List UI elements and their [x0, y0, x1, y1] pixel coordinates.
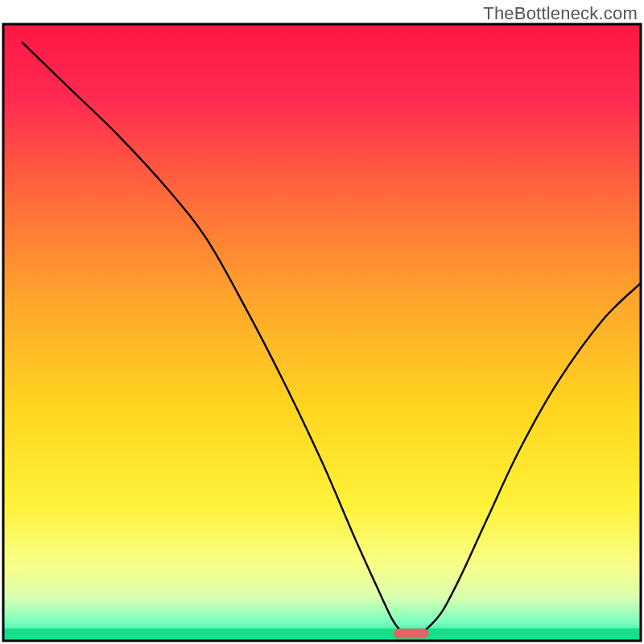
optimal-marker	[394, 629, 429, 638]
watermark-label: TheBottleneck.com	[483, 3, 638, 24]
bottom-green-band	[3, 629, 641, 641]
plot-area	[3, 24, 641, 641]
bottleneck-plot	[0, 0, 644, 644]
chart-container: TheBottleneck.com	[0, 0, 644, 644]
